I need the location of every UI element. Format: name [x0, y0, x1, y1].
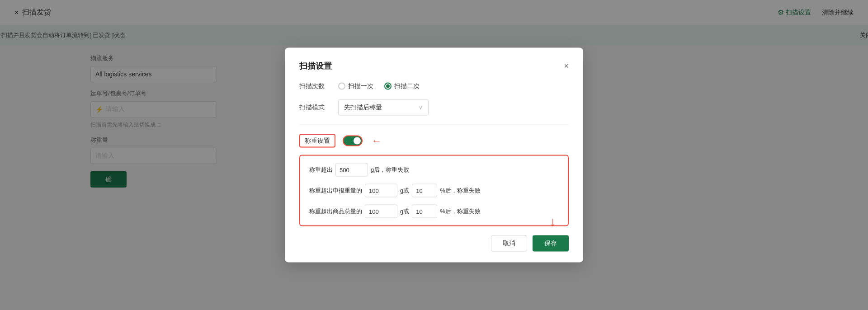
weight-settings-toggle[interactable] [343, 136, 363, 146]
weight-row-3-unit1: g或 [400, 207, 409, 216]
weight-settings-box: 称重超出 g后，称重失败 称重超出申报重量的 g或 %后，称重失败 称重超出商品… [299, 155, 569, 226]
scan-settings-modal: 扫描设置 × 扫描次数 扫描一次 扫描二次 扫描模式 先扫描后称量 ∨ [285, 48, 583, 263]
scan-twice-option[interactable]: 扫描二次 [384, 82, 420, 90]
weight-settings-row: 称重设置 ← [299, 134, 569, 148]
chevron-down-icon: ∨ [419, 104, 423, 111]
scan-mode-value: 先扫描后称量 [344, 103, 382, 112]
scan-once-radio[interactable] [338, 83, 345, 90]
weight-exceed-value[interactable] [335, 163, 368, 177]
save-arrow-indicator: ↓ [550, 216, 556, 228]
scan-mode-select[interactable]: 先扫描后称量 ∨ [338, 99, 429, 116]
total-weight-g-value[interactable] [365, 205, 397, 218]
scan-mode-label: 扫描模式 [299, 103, 331, 112]
weight-row-1-suffix: g后，称重失败 [371, 166, 409, 174]
scan-once-label: 扫描一次 [348, 82, 373, 90]
declared-weight-percent-value[interactable] [412, 184, 437, 197]
arrow-right-indicator: ← [372, 135, 382, 147]
scan-count-row: 扫描次数 扫描一次 扫描二次 [299, 82, 569, 90]
weight-row-2: 称重超出申报重量的 g或 %后，称重失败 [309, 184, 559, 197]
scan-mode-row: 扫描模式 先扫描后称量 ∨ [299, 99, 569, 116]
declared-weight-g-value[interactable] [365, 184, 397, 197]
weight-row-2-prefix: 称重超出申报重量的 [309, 187, 362, 195]
scan-once-option[interactable]: 扫描一次 [338, 82, 373, 90]
weight-row-3: 称重超出商品总量的 g或 %后，称重失败 [309, 205, 559, 218]
weight-row-1: 称重超出 g后，称重失败 [309, 163, 559, 177]
modal-divider [299, 125, 569, 125]
weight-row-3-suffix: %后，称重失败 [440, 207, 481, 216]
scan-count-radio-group: 扫描一次 扫描二次 [338, 82, 420, 90]
save-button[interactable]: 保存 [533, 235, 569, 252]
modal-title: 扫描设置 [299, 61, 332, 71]
modal-close-button[interactable]: × [564, 62, 569, 70]
cancel-button[interactable]: 取消 [491, 235, 527, 252]
total-weight-percent-value[interactable] [412, 205, 437, 218]
weight-row-2-suffix: %后，称重失败 [440, 187, 481, 195]
weight-settings-label: 称重设置 [299, 134, 335, 148]
weight-row-1-prefix: 称重超出 [309, 166, 333, 174]
scan-count-label: 扫描次数 [299, 82, 331, 90]
scan-twice-radio[interactable] [384, 83, 392, 90]
scan-twice-label: 扫描二次 [394, 82, 420, 90]
modal-footer: ↓ 取消 保存 [299, 235, 569, 252]
weight-row-3-prefix: 称重超出商品总量的 [309, 207, 362, 216]
modal-header: 扫描设置 × [299, 61, 569, 71]
weight-row-2-unit1: g或 [400, 187, 409, 195]
